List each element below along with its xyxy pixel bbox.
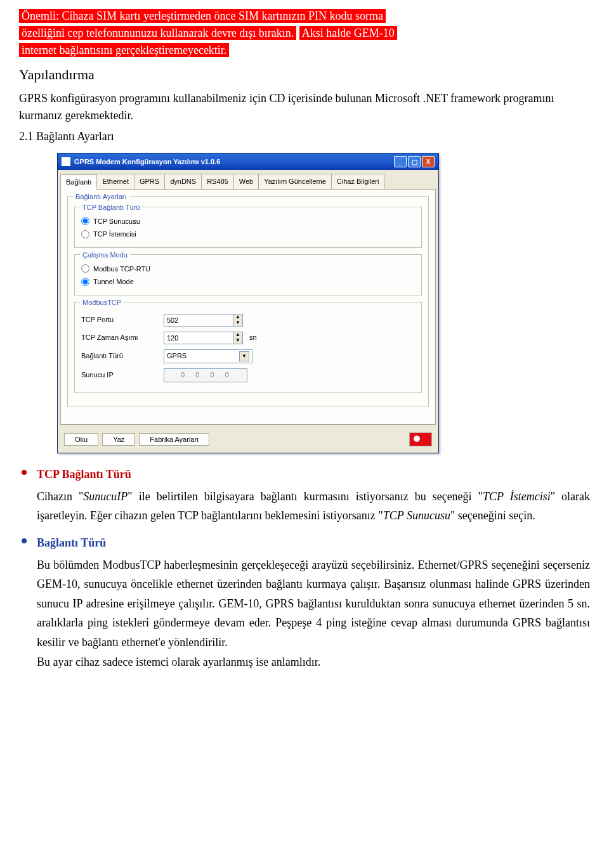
bullet-body-conntype: Bu bölümden ModbusTCP haberleşmesinin ge… (37, 555, 590, 652)
window-maximize-button[interactable]: ▢ (408, 156, 421, 167)
combo-connection-value: GPRS (167, 351, 187, 361)
warning-paragraph: Önemli: Cihaza SIM kartı yerleştirmeden … (19, 8, 590, 59)
row-tcp-timeout: TCP Zaman Aşımı ▲ ▼ sn (81, 332, 415, 344)
radio-tcp-client-label: TCP İstemcisi (93, 229, 136, 240)
group-mode: Çalışma Modu Modbus TCP-RTU Tunnel Mode (74, 254, 422, 295)
input-server-ip[interactable]: 0 . 0 . 0 . 0 (164, 368, 247, 382)
tab-dyndns[interactable]: dynDNS (164, 174, 202, 189)
config-intro-paragraph: GPRS konfigürasyon programını kullanabil… (19, 90, 590, 124)
label-server-ip: Sunucu IP (81, 370, 164, 380)
factory-reset-button[interactable]: Fabrika Ayarları (139, 433, 209, 446)
radio-modbus-label: Modbus TCP-RTU (93, 264, 150, 275)
tab-baglanti[interactable]: Bağlantı (60, 174, 97, 190)
group-connection-legend: Bağlantı Ayarları (73, 191, 129, 202)
radio-tcp-client[interactable] (81, 230, 89, 238)
label-tcp-port: TCP Portu (81, 314, 164, 325)
radio-tunnel-mode[interactable] (81, 278, 89, 286)
radio-tcp-server-label: TCP Sunucusu (93, 216, 140, 227)
row-server-ip: Sunucu IP 0 . 0 . 0 . 0 (81, 368, 415, 382)
chevron-down-icon[interactable]: ▼ (239, 351, 249, 361)
bullet-body-tcp: Cihazın "SunucuIP" ile belirtilen bilgis… (37, 487, 590, 526)
radio-tunnel-label: Tunnel Mode (93, 276, 134, 287)
input-tcp-port[interactable] (164, 314, 233, 327)
spinner-down-icon[interactable]: ▼ (233, 320, 242, 326)
spinner-down-icon[interactable]: ▼ (233, 338, 242, 344)
row-tcp-port: TCP Portu ▲ ▼ (81, 314, 415, 327)
tab-web[interactable]: Web (233, 174, 259, 189)
write-button[interactable]: Yaz (102, 433, 135, 446)
subsection-heading-connection: 2.1 Bağlantı Ayarları (19, 128, 590, 145)
bullet-tcp-connection-type: TCP Bağlantı Türü Cihazın "SunucuIP" ile… (37, 466, 590, 526)
tab-firmware[interactable]: Yazılım Güncelleme (258, 174, 332, 189)
window-close-button[interactable]: X (422, 156, 435, 167)
label-connection-type: Bağlantı Türü (81, 351, 164, 361)
app-window: GPRS Modem Konfigürasyon Yazılımı v1.0.6… (57, 153, 439, 453)
window-app-icon (62, 157, 70, 166)
group-modbus-tcp: ModbusTCP TCP Portu ▲ ▼ TCP Zaman Aşım (74, 302, 422, 393)
radio-row-modbus[interactable]: Modbus TCP-RTU (81, 264, 415, 275)
radio-row-tcp-server[interactable]: TCP Sunucusu (81, 216, 415, 227)
group-connection-settings: Bağlantı Ayarları TCP Bağlantı Türü TCP … (67, 196, 429, 406)
spinner-tcp-timeout[interactable]: ▲ ▼ (164, 332, 243, 344)
read-button[interactable]: Oku (64, 433, 98, 446)
button-row: Oku Yaz Fabrika Ayarları (58, 429, 438, 453)
bullet-connection-type: Bağlantı Türü Bu bölümden ModbusTCP habe… (37, 534, 590, 672)
warning-line3a: Aksi halde GEM-10 (299, 26, 397, 40)
group-tcp-legend: TCP Bağlantı Türü (80, 202, 143, 213)
warning-line2: özelliğini cep telefonununuzu kullanarak… (19, 26, 296, 40)
bullet-title-tcp: TCP Bağlantı Türü (37, 466, 590, 483)
group-tcp-type: TCP Bağlantı Türü TCP Sunucusu TCP İstem… (74, 207, 422, 248)
row-connection-type: Bağlantı Türü GPRS ▼ (81, 349, 415, 363)
radio-modbus-tcp-rtu[interactable] (81, 264, 89, 273)
window-titlebar: GPRS Modem Konfigürasyon Yazılımı v1.0.6… (58, 153, 438, 170)
input-tcp-timeout[interactable] (164, 332, 233, 344)
tab-gprs[interactable]: GPRS (134, 174, 165, 189)
unit-seconds: sn (249, 332, 257, 343)
flag-turkey-icon[interactable] (409, 432, 432, 446)
label-tcp-timeout: TCP Zaman Aşımı (81, 332, 164, 343)
spinner-tcp-port[interactable]: ▲ ▼ (164, 314, 243, 327)
radio-row-tcp-client[interactable]: TCP İstemcisi (81, 229, 415, 240)
group-mode-legend: Çalışma Modu (80, 250, 130, 261)
radio-tcp-server[interactable] (81, 217, 89, 225)
bullet-title-conntype: Bağlantı Türü (37, 534, 590, 552)
group-modbus-legend: ModbusTCP (80, 297, 124, 308)
window-title: GPRS Modem Konfigürasyon Yazılımı v1.0.6 (74, 157, 394, 167)
tab-strip: Bağlantı Ethernet GPRS dynDNS RS485 Web … (58, 170, 438, 189)
window-minimize-button[interactable]: _ (394, 156, 407, 167)
tab-rs485[interactable]: RS485 (201, 174, 234, 189)
tab-panel-baglanti: Bağlantı Ayarları TCP Bağlantı Türü TCP … (60, 189, 436, 425)
tab-ethernet[interactable]: Ethernet (96, 174, 134, 189)
radio-row-tunnel[interactable]: Tunnel Mode (81, 276, 415, 287)
section-heading-config: Yapılandırma (19, 64, 590, 85)
warning-line3b: internet bağlantısını gerçekleştiremeyec… (19, 43, 229, 57)
tab-device-info[interactable]: Cihaz Bilgileri (331, 174, 385, 189)
combo-connection-type[interactable]: GPRS ▼ (164, 349, 252, 363)
bullet-body-conntype2: Bu ayar cihaz sadece istemci olarak ayar… (37, 652, 590, 672)
warning-line1: Önemli: Cihaza SIM kartı yerleştirmeden … (19, 9, 386, 23)
